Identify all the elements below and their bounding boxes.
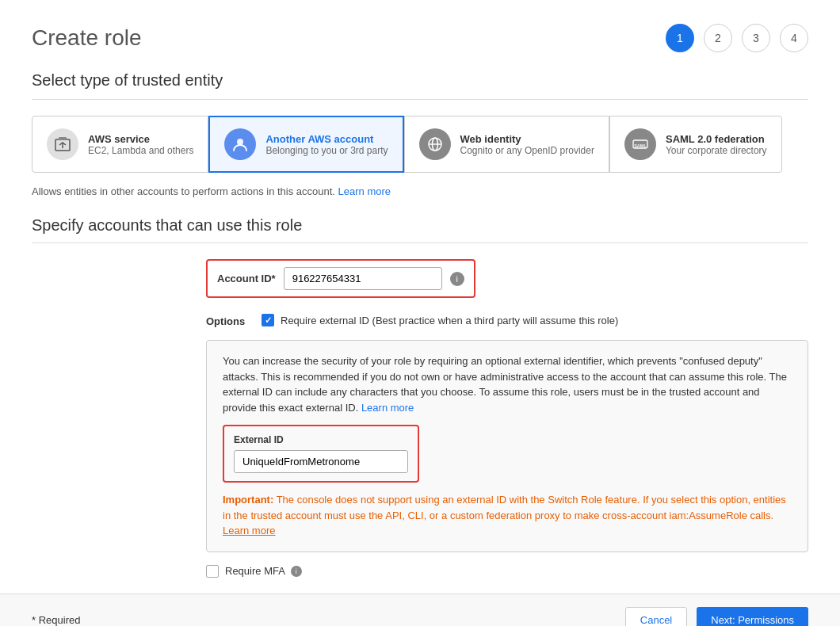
options-row: Options Require external ID (Best practi… (206, 314, 808, 327)
trusted-entity-info: Allows entities in other accounts to per… (32, 185, 808, 197)
entity-cards: AWS service EC2, Lambda and others Anoth… (32, 116, 808, 173)
account-id-row: Account ID* i (206, 259, 808, 298)
main-content: Create role 1 2 3 4 Select type of trust… (0, 0, 840, 594)
warning-text: Important: The console does not support … (223, 492, 792, 539)
aws-service-subtitle: EC2, Lambda and others (88, 145, 193, 156)
step-4[interactable]: 4 (780, 24, 808, 52)
require-mfa-checkbox[interactable] (206, 565, 219, 578)
web-identity-icon (419, 128, 451, 160)
header-row: Create role 1 2 3 4 (32, 24, 808, 52)
saml-icon: SAML (624, 128, 656, 160)
trusted-entity-title: Select type of trusted entity (32, 71, 808, 90)
aws-service-text: AWS service EC2, Lambda and others (88, 133, 193, 156)
learn-more-link-1[interactable]: Learn more (361, 402, 414, 414)
learn-more-link-2[interactable]: Learn more (223, 525, 275, 536)
next-permissions-button[interactable]: Next: Permissions (697, 607, 808, 627)
divider-1 (32, 99, 808, 100)
require-external-id-label: Require external ID (Best practice when … (281, 315, 618, 326)
card-saml[interactable]: SAML SAML 2.0 federation Your corporate … (609, 116, 782, 173)
saml-title: SAML 2.0 federation (666, 133, 767, 145)
warning-important-label: Important: (223, 494, 273, 506)
require-external-id-row: Require external ID (Best practice when … (262, 314, 618, 326)
page-title: Create role (32, 25, 142, 51)
svg-rect-1 (59, 137, 67, 140)
step-2[interactable]: 2 (704, 24, 732, 52)
require-mfa-label: Require MFA i (225, 565, 302, 578)
aws-service-title: AWS service (88, 133, 193, 145)
svg-point-2 (237, 139, 243, 145)
footer-buttons: Cancel Next: Permissions (625, 607, 808, 627)
require-external-id-checkbox[interactable] (262, 314, 274, 326)
step-1[interactable]: 1 (666, 24, 694, 52)
another-aws-account-text: Another AWS account Belonging to you or … (265, 133, 388, 156)
another-aws-account-subtitle: Belonging to you or 3rd party (265, 145, 388, 156)
options-label: Options (206, 315, 254, 327)
account-id-label: Account ID* (217, 273, 276, 284)
card-web-identity[interactable]: Web identity Cognito or any OpenID provi… (404, 116, 609, 173)
external-id-field-container: External ID (223, 425, 419, 483)
cancel-button[interactable]: Cancel (625, 607, 687, 627)
card-aws-service[interactable]: AWS service EC2, Lambda and others (32, 116, 208, 173)
external-id-info-text: You can increase the security of your ro… (223, 353, 792, 415)
specify-accounts-title: Specify accounts that can use this role (32, 216, 808, 235)
account-id-container: Account ID* i (206, 259, 475, 298)
mfa-info-icon-inline: i (291, 566, 302, 577)
footer-bar: * Required Cancel Next: Permissions (0, 594, 840, 627)
learn-more-link-trusted[interactable]: Learn more (338, 185, 391, 197)
step-3[interactable]: 3 (742, 24, 770, 52)
card-another-aws-account[interactable]: Another AWS account Belonging to you or … (208, 116, 403, 173)
svg-text:SAML: SAML (634, 143, 647, 148)
step-indicators: 1 2 3 4 (666, 24, 808, 52)
external-id-field-label: External ID (234, 434, 408, 445)
divider-2 (32, 242, 808, 243)
web-identity-text: Web identity Cognito or any OpenID provi… (460, 133, 594, 156)
another-aws-account-title: Another AWS account (265, 133, 388, 145)
web-identity-subtitle: Cognito or any OpenID provider (460, 145, 594, 156)
account-id-info-icon[interactable]: i (450, 272, 464, 286)
aws-service-icon (47, 128, 78, 160)
saml-subtitle: Your corporate directory (666, 145, 767, 156)
external-id-input[interactable] (234, 450, 408, 473)
web-identity-title: Web identity (460, 133, 594, 145)
page-wrapper: Create role 1 2 3 4 Select type of trust… (0, 0, 840, 626)
saml-text: SAML 2.0 federation Your corporate direc… (666, 133, 767, 156)
account-id-input[interactable] (284, 267, 442, 290)
require-mfa-row: Require MFA i (206, 565, 808, 578)
required-note: * Required (32, 614, 80, 626)
another-aws-account-icon (224, 128, 256, 160)
external-id-box: You can increase the security of your ro… (206, 340, 808, 552)
